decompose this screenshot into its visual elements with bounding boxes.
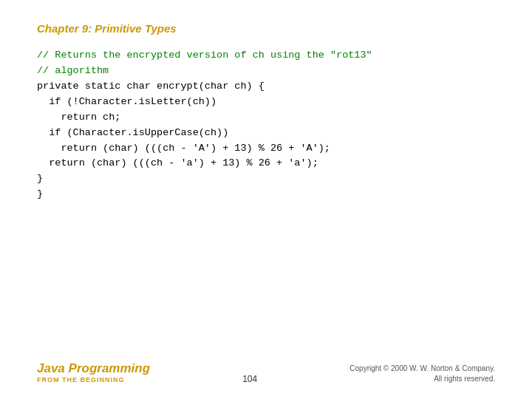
footer-title: Java Programming (37, 361, 150, 376)
slide: Chapter 9: Primitive Types // Returns th… (0, 0, 532, 399)
footer-left: Java Programming FROM THE BEGINNING (37, 361, 150, 384)
code-line-5: return ch; (37, 110, 495, 126)
chapter-title: Chapter 9: Primitive Types (37, 22, 495, 35)
page-number: 104 (242, 374, 257, 384)
code-block: // Returns the encrypted version of ch u… (37, 48, 495, 202)
code-line-10: } (37, 187, 495, 202)
comment-2: // algorithm (37, 65, 109, 76)
code-line-2: // algorithm (37, 64, 495, 79)
code-line-3: private static char encrypt(char ch) { (37, 79, 495, 95)
comment-1: // Returns the encrypted version of ch u… (37, 50, 372, 61)
code-line-1: // Returns the encrypted version of ch u… (37, 48, 495, 64)
footer-subtitle: FROM THE BEGINNING (37, 376, 150, 384)
copyright-line1: Copyright © 2000 W. W. Norton & Company. (349, 364, 495, 372)
footer-copyright: Copyright © 2000 W. W. Norton & Company.… (349, 364, 495, 384)
code-line-8: return (char) (((ch - 'a') + 13) % 26 + … (37, 156, 495, 171)
code-line-4: if (!Character.isLetter(ch)) (37, 95, 495, 110)
copyright-line2: All rights reserved. (434, 375, 495, 383)
code-line-6: if (Character.isUpperCase(ch)) (37, 126, 495, 141)
footer: Java Programming FROM THE BEGINNING 104 … (0, 361, 532, 384)
code-line-9: } (37, 171, 495, 187)
code-line-7: return (char) (((ch - 'A') + 13) % 26 + … (37, 141, 495, 157)
